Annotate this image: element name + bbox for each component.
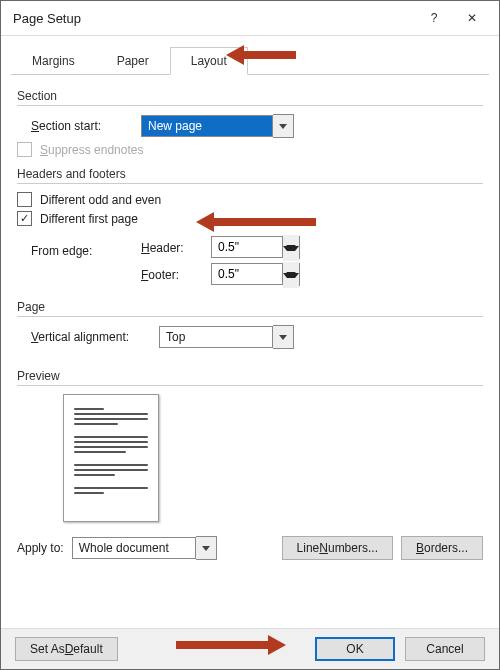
spinner-buttons[interactable] [283,236,300,259]
section-heading: Section [17,89,483,103]
section-start-value: New page [141,115,273,137]
vertical-alignment-label: Vertical alignment: [31,330,159,344]
suppress-endnotes-checkbox: Suppress endnotes [17,142,483,157]
chevron-down-icon [273,114,294,138]
ok-button[interactable]: OK [315,637,395,661]
header-spinner[interactable] [211,236,300,259]
titlebar: Page Setup ? ✕ [1,1,499,36]
different-odd-even-checkbox[interactable]: Different odd and even [17,192,483,207]
line-numbers-button[interactable]: Line Numbers... [282,536,393,560]
set-as-default-button[interactable]: Set As Default [15,637,118,661]
checkbox-icon: ✓ [17,211,32,226]
tab-paper[interactable]: Paper [96,47,170,75]
cancel-button[interactable]: Cancel [405,637,485,661]
page-setup-dialog: Page Setup ? ✕ Margins Paper Layout Sect… [0,0,500,670]
vertical-alignment-value: Top [159,326,273,348]
apply-to-value: Whole document [72,537,196,559]
tab-margins[interactable]: Margins [11,47,96,75]
apply-to-select[interactable]: Whole document [72,536,217,560]
footer-spinner[interactable] [211,263,300,286]
preview-page [63,394,159,522]
dialog-footer: Set As Default OK Cancel [1,628,499,669]
different-first-page-checkbox[interactable]: ✓ Different first page [17,211,483,226]
divider [17,316,483,317]
suppress-endnotes-label: Suppress endnotes [40,143,143,157]
section-start-select[interactable]: New page [141,114,294,138]
chevron-down-icon [273,325,294,349]
spinner-buttons[interactable] [283,263,300,286]
different-first-page-label: Different first page [40,212,138,226]
footer-input[interactable] [211,263,283,285]
checkbox-icon [17,192,32,207]
footer-label: Footer: [141,268,211,282]
chevron-down-icon [196,536,217,560]
apply-to-label: Apply to: [17,541,64,555]
help-button[interactable]: ? [415,4,453,32]
from-edge-label: From edge: [31,232,141,258]
close-button[interactable]: ✕ [453,4,491,32]
page-heading: Page [17,300,483,314]
window-title: Page Setup [13,11,81,26]
headers-heading: Headers and footers [17,167,483,181]
section-start-label: Section start: [31,119,141,133]
vertical-alignment-select[interactable]: Top [159,325,294,349]
divider [17,385,483,386]
preview-heading: Preview [17,369,483,383]
different-odd-even-label: Different odd and even [40,193,161,207]
tab-layout[interactable]: Layout [170,47,248,75]
tab-strip: Margins Paper Layout [11,46,489,75]
divider [17,183,483,184]
header-label: Header: [141,241,211,255]
divider [17,105,483,106]
borders-button[interactable]: Borders... [401,536,483,560]
checkbox-icon [17,142,32,157]
header-input[interactable] [211,236,283,258]
